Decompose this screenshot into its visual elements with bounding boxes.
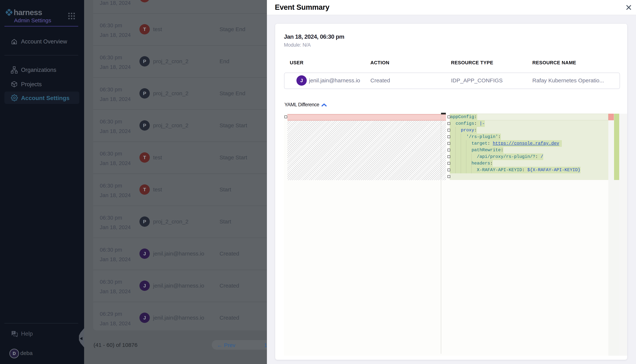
svg-text:?: ? (13, 331, 14, 334)
